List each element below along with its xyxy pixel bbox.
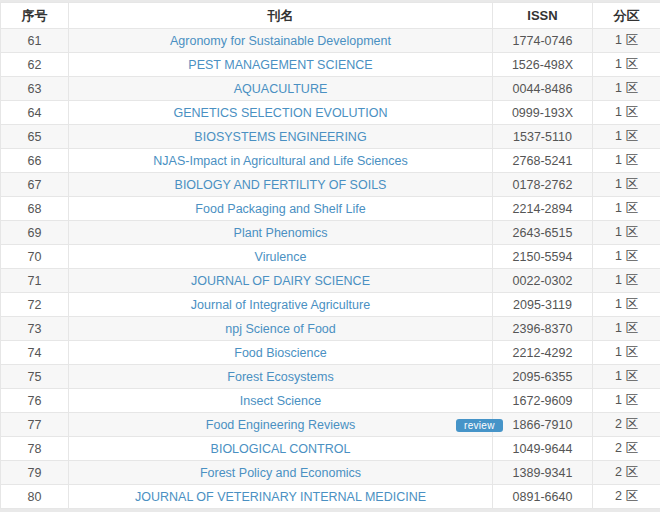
journal-name-cell: BIOLOGICAL CONTROL [69, 437, 493, 461]
issn-cell: 2396-8370 [493, 317, 593, 341]
journal-name-cell: Forest Policy and Economics [69, 461, 493, 485]
row-number-cell: 74 [1, 341, 69, 365]
row-number-cell: 66 [1, 149, 69, 173]
row-number-cell: 70 [1, 245, 69, 269]
column-header-zone: 分区 [593, 3, 660, 29]
row-number-cell: 75 [1, 365, 69, 389]
issn-cell: 1526-498X [493, 53, 593, 77]
journal-name-cell: BIOLOGY AND FERTILITY OF SOILS [69, 173, 493, 197]
zone-cell: 2 区 [593, 461, 660, 485]
row-number-cell: 62 [1, 53, 69, 77]
issn-cell: 1672-9609 [493, 389, 593, 413]
journal-name-link[interactable]: Agronomy for Sustainable Development [170, 34, 391, 48]
table-row: 64GENETICS SELECTION EVOLUTION0999-193X1… [1, 101, 660, 125]
journal-name-link[interactable]: NJAS-Impact in Agricultural and Life Sci… [153, 154, 407, 168]
journal-table: 序号 刊名 ISSN 分区 61Agronomy for Sustainable… [0, 2, 660, 509]
row-number-cell: 68 [1, 197, 69, 221]
journal-name-link[interactable]: Forest Ecosystems [227, 370, 333, 384]
row-number-cell: 69 [1, 221, 69, 245]
issn-cell: 2095-3119 [493, 293, 593, 317]
zone-cell: 2 区 [593, 437, 660, 461]
journal-name-link[interactable]: Plant Phenomics [234, 226, 328, 240]
column-header-no: 序号 [1, 3, 69, 29]
zone-cell: 1 区 [593, 269, 660, 293]
zone-cell: 1 区 [593, 77, 660, 101]
header-row: 序号 刊名 ISSN 分区 [1, 3, 660, 29]
table-row: 80JOURNAL OF VETERINARY INTERNAL MEDICIN… [1, 485, 660, 509]
zone-cell: 1 区 [593, 389, 660, 413]
journal-name-link[interactable]: AQUACULTURE [234, 82, 328, 96]
row-number-cell: 64 [1, 101, 69, 125]
row-number-cell: 65 [1, 125, 69, 149]
journal-name-link[interactable]: Food Packaging and Shelf Life [195, 202, 365, 216]
journal-name-link[interactable]: Food Bioscience [234, 346, 326, 360]
journal-name-cell: Journal of Integrative Agriculture [69, 293, 493, 317]
row-number-cell: 63 [1, 77, 69, 101]
table-row: 70Virulence2150-55941 区 [1, 245, 660, 269]
table-row: 62PEST MANAGEMENT SCIENCE1526-498X1 区 [1, 53, 660, 77]
journal-name-link[interactable]: BIOLOGICAL CONTROL [211, 442, 351, 456]
journal-name-link[interactable]: Virulence [255, 250, 307, 264]
zone-cell: 1 区 [593, 125, 660, 149]
table-row: 74Food Bioscience2212-42921 区 [1, 341, 660, 365]
journal-name-cell: NJAS-Impact in Agricultural and Life Sci… [69, 149, 493, 173]
journal-name-cell: Forest Ecosystems [69, 365, 493, 389]
zone-cell: 2 区 [593, 413, 660, 437]
journal-name-cell: JOURNAL OF DAIRY SCIENCE [69, 269, 493, 293]
journal-name-link[interactable]: PEST MANAGEMENT SCIENCE [188, 58, 372, 72]
journal-name-link[interactable]: Food Engineering Reviews [206, 418, 355, 432]
journal-list-page: 序号 刊名 ISSN 分区 61Agronomy for Sustainable… [0, 0, 660, 509]
issn-cell: 1537-5110 [493, 125, 593, 149]
issn-cell: 2095-6355 [493, 365, 593, 389]
zone-cell: 1 区 [593, 197, 660, 221]
row-number-cell: 72 [1, 293, 69, 317]
row-number-cell: 67 [1, 173, 69, 197]
journal-name-cell: JOURNAL OF VETERINARY INTERNAL MEDICINE [69, 485, 493, 509]
column-header-issn: ISSN [493, 3, 593, 29]
table-row: 75Forest Ecosystems2095-63551 区 [1, 365, 660, 389]
table-row: 63AQUACULTURE0044-84861 区 [1, 77, 660, 101]
journal-name-link[interactable]: JOURNAL OF DAIRY SCIENCE [191, 274, 370, 288]
journal-name-link[interactable]: npj Science of Food [225, 322, 336, 336]
journal-name-link[interactable]: BIOSYSTEMS ENGINEERING [194, 130, 366, 144]
zone-cell: 1 区 [593, 317, 660, 341]
journal-name-link[interactable]: GENETICS SELECTION EVOLUTION [174, 106, 388, 120]
journal-name-link[interactable]: BIOLOGY AND FERTILITY OF SOILS [175, 178, 387, 192]
journal-name-link[interactable]: Insect Science [240, 394, 321, 408]
review-badge: review [456, 419, 503, 432]
zone-cell: 1 区 [593, 29, 660, 53]
table-row: 77Food Engineering Reviews1866-79102 区 [1, 413, 660, 437]
issn-cell: 0999-193X [493, 101, 593, 125]
journal-name-link[interactable]: Journal of Integrative Agriculture [191, 298, 370, 312]
row-number-cell: 73 [1, 317, 69, 341]
issn-cell: 1866-7910 [493, 413, 593, 437]
table-row: 67BIOLOGY AND FERTILITY OF SOILS0178-276… [1, 173, 660, 197]
journal-name-cell: PEST MANAGEMENT SCIENCE [69, 53, 493, 77]
zone-cell: 1 区 [593, 245, 660, 269]
row-number-cell: 76 [1, 389, 69, 413]
zone-cell: 1 区 [593, 341, 660, 365]
journal-name-cell: Agronomy for Sustainable Development [69, 29, 493, 53]
zone-cell: 2 区 [593, 485, 660, 509]
table-row: 78BIOLOGICAL CONTROL1049-96442 区 [1, 437, 660, 461]
table-row: 73npj Science of Food2396-83701 区 [1, 317, 660, 341]
zone-cell: 1 区 [593, 173, 660, 197]
row-number-cell: 77 [1, 413, 69, 437]
table-row: 71JOURNAL OF DAIRY SCIENCE0022-03021 区 [1, 269, 660, 293]
table-row: 69Plant Phenomics2643-65151 区 [1, 221, 660, 245]
zone-cell: 1 区 [593, 365, 660, 389]
table-row: 72Journal of Integrative Agriculture2095… [1, 293, 660, 317]
issn-cell: 0044-8486 [493, 77, 593, 101]
zone-cell: 1 区 [593, 101, 660, 125]
issn-cell: 1049-9644 [493, 437, 593, 461]
zone-cell: 1 区 [593, 53, 660, 77]
column-header-name: 刊名 [69, 3, 493, 29]
table-row: 61Agronomy for Sustainable Development17… [1, 29, 660, 53]
journal-name-link[interactable]: Forest Policy and Economics [200, 466, 361, 480]
journal-name-cell: BIOSYSTEMS ENGINEERING [69, 125, 493, 149]
journal-name-link[interactable]: JOURNAL OF VETERINARY INTERNAL MEDICINE [135, 490, 426, 504]
table-row: 79Forest Policy and Economics1389-93412 … [1, 461, 660, 485]
journal-name-cell: AQUACULTURE [69, 77, 493, 101]
journal-name-cell: Food Bioscience [69, 341, 493, 365]
journal-name-cell: GENETICS SELECTION EVOLUTION [69, 101, 493, 125]
